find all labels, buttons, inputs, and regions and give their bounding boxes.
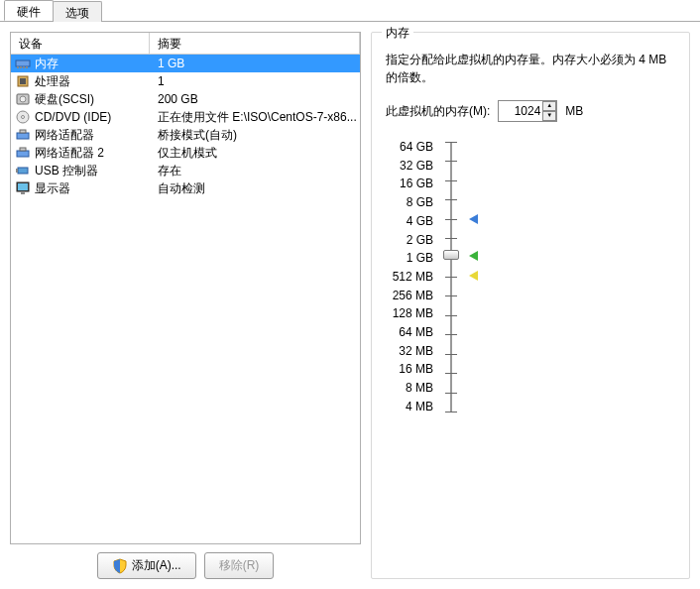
panel-title: 内存 — [382, 25, 413, 42]
markers — [469, 138, 487, 415]
device-name: 内存 — [35, 56, 58, 72]
tab-options[interactable]: 选项 — [53, 1, 102, 22]
tick-mark — [445, 277, 457, 278]
device-summary: 200 GB — [150, 92, 360, 106]
tick-label: 1 GB — [386, 249, 433, 267]
device-name: 网络适配器 — [35, 127, 94, 144]
tick-mark — [445, 199, 457, 200]
svg-rect-1 — [17, 66, 19, 68]
tick-mark — [445, 393, 457, 394]
tick-mark — [445, 315, 457, 316]
col-device[interactable]: 设备 — [11, 33, 150, 54]
memory-icon — [15, 56, 31, 71]
tick-label: 64 MB — [386, 323, 433, 341]
device-name: 网络适配器 2 — [35, 145, 104, 162]
svg-rect-15 — [18, 168, 28, 174]
spinner-buttons: ▲ ▼ — [542, 101, 556, 121]
svg-rect-2 — [20, 66, 22, 68]
spin-up[interactable]: ▲ — [542, 101, 556, 111]
table-row[interactable]: 网络适配器 2仅主机模式 — [11, 144, 360, 162]
tick-label: 8 GB — [386, 193, 433, 211]
device-table: 设备 摘要 内存1 GB处理器1硬盘(SCSI)200 GBCD/DVD (ID… — [10, 32, 361, 544]
marker-min — [469, 271, 478, 281]
tick-mark — [445, 295, 457, 296]
disk-icon — [15, 91, 31, 107]
tick-label: 8 MB — [386, 379, 433, 397]
svg-rect-14 — [20, 148, 26, 151]
button-row: 添加(A)... 移除(R) — [10, 552, 361, 579]
device-name: USB 控制器 — [35, 163, 98, 179]
table-body: 内存1 GB处理器1硬盘(SCSI)200 GBCD/DVD (IDE)正在使用… — [11, 55, 360, 197]
tick-mark — [445, 373, 457, 374]
svg-rect-18 — [18, 183, 28, 190]
usb-icon — [15, 163, 31, 178]
tick-label: 512 MB — [386, 268, 433, 286]
tick-mark — [445, 142, 457, 143]
shield-icon — [112, 558, 128, 574]
table-row[interactable]: 硬盘(SCSI)200 GB — [11, 90, 360, 108]
svg-rect-16 — [16, 169, 18, 173]
tab-hardware[interactable]: 硬件 — [4, 0, 54, 21]
tick-mark — [445, 238, 457, 239]
display-icon — [15, 180, 31, 196]
tick-label: 4 GB — [386, 212, 433, 230]
device-summary: 1 — [150, 74, 360, 88]
spin-down[interactable]: ▼ — [542, 111, 556, 121]
memory-input-label: 此虚拟机的内存(M): — [386, 103, 490, 120]
table-row[interactable]: CD/DVD (IDE)正在使用文件 E:\ISO\CentOS-7-x86..… — [11, 108, 360, 126]
svg-rect-6 — [20, 78, 26, 84]
legend: 最大建议内存 (超出此大小可能发生内存交换。) 3008 MB 建议内存 102… — [493, 138, 675, 435]
svg-rect-13 — [17, 151, 29, 157]
tick-mark — [445, 219, 457, 220]
slider-thumb[interactable] — [443, 250, 459, 260]
remove-button-label: 移除(R) — [219, 557, 260, 574]
device-summary: 自动检测 — [150, 180, 360, 197]
device-summary: 存在 — [150, 163, 360, 179]
slider-track[interactable] — [439, 138, 463, 415]
table-row[interactable]: 显示器自动检测 — [11, 179, 360, 197]
tab-bar: 硬件 选项 — [0, 0, 700, 22]
add-button[interactable]: 添加(A)... — [97, 552, 196, 579]
svg-rect-12 — [20, 130, 26, 133]
memory-desc: 指定分配给此虚拟机的内存量。内存大小必须为 4 MB 的倍数。 — [386, 51, 675, 86]
svg-rect-4 — [26, 66, 28, 68]
net-icon — [15, 145, 31, 161]
memory-panel: 内存 指定分配给此虚拟机的内存量。内存大小必须为 4 MB 的倍数。 此虚拟机的… — [371, 32, 690, 579]
svg-rect-3 — [23, 66, 25, 68]
tick-mark — [445, 354, 457, 355]
cd-icon — [15, 109, 31, 125]
table-row[interactable]: 网络适配器桥接模式(自动) — [11, 126, 360, 144]
table-row[interactable]: 内存1 GB — [11, 55, 360, 72]
marker-max — [469, 214, 478, 224]
svg-rect-19 — [21, 192, 25, 194]
tick-labels: 64 GB32 GB16 GB8 GB4 GB2 GB1 GB512 MB256… — [386, 138, 433, 415]
table-row[interactable]: 处理器1 — [11, 72, 360, 90]
tick-label: 2 GB — [386, 231, 433, 249]
table-row[interactable]: USB 控制器存在 — [11, 162, 360, 179]
left-panel: 设备 摘要 内存1 GB处理器1硬盘(SCSI)200 GBCD/DVD (ID… — [10, 32, 361, 579]
tick-label: 16 MB — [386, 360, 433, 378]
svg-point-10 — [22, 116, 25, 119]
tick-label: 4 MB — [386, 398, 433, 415]
tick-mark — [445, 412, 457, 412]
content-area: 设备 摘要 内存1 GB处理器1硬盘(SCSI)200 GBCD/DVD (ID… — [0, 22, 700, 589]
tick-label: 16 GB — [386, 175, 433, 192]
svg-point-8 — [20, 96, 26, 102]
device-summary: 仅主机模式 — [150, 145, 360, 162]
device-summary: 桥接模式(自动) — [150, 127, 360, 144]
device-summary: 正在使用文件 E:\ISO\CentOS-7-x86... — [150, 109, 360, 126]
add-button-label: 添加(A)... — [132, 557, 181, 574]
memory-spinner[interactable]: ▲ ▼ — [498, 100, 557, 122]
device-name: CD/DVD (IDE) — [35, 110, 111, 124]
memory-input-row: 此虚拟机的内存(M): ▲ ▼ MB — [386, 100, 675, 122]
svg-rect-11 — [17, 133, 29, 139]
tick-mark — [445, 334, 457, 335]
tick-label: 128 MB — [386, 304, 433, 322]
col-summary[interactable]: 摘要 — [150, 33, 360, 54]
svg-rect-0 — [16, 60, 30, 66]
remove-button: 移除(R) — [204, 552, 275, 579]
tick-mark — [445, 161, 457, 162]
cpu-icon — [15, 73, 31, 89]
device-name: 硬盘(SCSI) — [35, 91, 94, 108]
tick-label: 64 GB — [386, 138, 433, 156]
